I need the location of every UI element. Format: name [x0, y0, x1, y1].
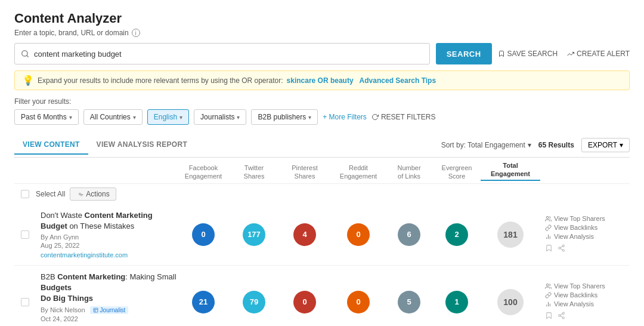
svg-line-11 [561, 247, 563, 248]
create-alert-button[interactable]: CREATE ALERT [567, 50, 630, 58]
row2-checkbox[interactable] [21, 298, 29, 306]
col-total-header: TotalEngagement [481, 161, 540, 181]
row2-view-backlinks[interactable]: View Backlinks [545, 291, 630, 299]
row1-view-top-sharers[interactable]: View Top Sharers [545, 215, 630, 222]
row2-twitter-circle: 79 [243, 291, 265, 313]
svg-point-3 [546, 216, 549, 219]
bulb-icon: 💡 [22, 75, 34, 86]
col-pinterest-header: PinterestShares [278, 164, 332, 181]
row2-author: By Nick Nelson Journalist [41, 306, 177, 314]
search-bar-row: SEARCH SAVE SEARCH CREATE ALERT [14, 43, 630, 64]
filters-row: Past 6 Months ▾ All Countries ▾ English … [14, 109, 630, 125]
bar-chart-icon [545, 301, 552, 307]
link-icon [545, 224, 552, 231]
row1-share-icon[interactable] [558, 244, 565, 254]
more-filters-button[interactable]: + More Filters [323, 113, 367, 121]
row2-view-top-sharers[interactable]: View Top Sharers [545, 282, 630, 290]
journalist-icon [93, 307, 98, 313]
chevron-down-icon: ▾ [69, 114, 72, 121]
row2-pinterest-circle: 0 [293, 291, 316, 313]
export-button[interactable]: EXPORT ▾ [581, 138, 630, 152]
chevron-down-icon: ▾ [528, 141, 531, 149]
svg-point-7 [562, 245, 564, 247]
row1-title: Don't Waste Content Marketing Budget on … [41, 210, 177, 232]
row1-icon-row [545, 244, 630, 254]
chevron-down-icon: ▾ [179, 114, 182, 121]
row2-total: 100 [481, 289, 540, 315]
alert-icon [567, 50, 574, 57]
col-twitter-header: TwitterShares [230, 164, 278, 181]
suggestion-highlight[interactable]: skincare OR beauty [287, 76, 354, 85]
col-facebook-header: FacebookEngagement [177, 164, 230, 181]
svg-point-9 [562, 250, 564, 251]
select-all-checkbox[interactable] [21, 190, 29, 198]
advanced-search-link[interactable]: Advanced Search Tips [360, 76, 436, 85]
row2-total-circle: 100 [497, 289, 524, 315]
users-icon [545, 283, 552, 290]
suggestion-text: Expand your results to include more rele… [38, 76, 283, 85]
row1-facebook-circle: 0 [192, 223, 215, 246]
row1-bookmark-icon[interactable] [545, 244, 553, 254]
filter-author[interactable]: Journalists ▾ [194, 109, 246, 125]
svg-line-1 [27, 56, 29, 57]
row2-view-analysis[interactable]: View Analysis [545, 300, 630, 307]
row1-checkbox[interactable] [21, 230, 29, 239]
row1-checkbox-wrap [14, 230, 36, 239]
search-input-wrap [14, 43, 430, 64]
svg-rect-12 [94, 308, 98, 312]
chevron-down-icon: ▾ [620, 141, 623, 149]
chevron-down-icon: ▾ [308, 114, 311, 121]
content-tabs: VIEW CONTENT VIEW ANALYSIS REPORT [14, 136, 196, 155]
journalist-badge: Journalist [90, 306, 129, 314]
row1-reddit: 0 [332, 223, 385, 246]
row1-actions: View Top Sharers View Backlinks View Ana… [540, 215, 630, 254]
row1-author: By Ann Gynn [41, 233, 177, 241]
chevron-down-icon: ▾ [237, 114, 240, 121]
col-links-header: Numberof Links [385, 164, 433, 181]
tab-view-content[interactable]: VIEW CONTENT [14, 136, 88, 155]
subtitle-text: Enter a topic, brand, URL or domain [14, 29, 129, 37]
row1-links: 6 [385, 223, 433, 246]
search-input[interactable] [34, 50, 423, 59]
row1-view-analysis[interactable]: View Analysis [545, 233, 630, 240]
svg-point-13 [546, 284, 549, 286]
page-title: Content Analyzer [14, 11, 630, 26]
svg-point-8 [559, 247, 561, 249]
bar-chart-icon [545, 233, 552, 240]
row1-evergreen-circle: 2 [445, 223, 468, 246]
row2-pinterest: 0 [278, 291, 332, 313]
row1-view-backlinks[interactable]: View Backlinks [545, 224, 630, 231]
subtitle-row: Enter a topic, brand, URL or domain i [14, 29, 630, 37]
filter-country[interactable]: All Countries ▾ [83, 109, 143, 125]
tab-view-analysis[interactable]: VIEW ANALYSIS REPORT [88, 136, 196, 155]
settings-icon [76, 190, 83, 198]
row1-date: Aug 25, 2022 [41, 242, 177, 249]
select-all-checkbox-wrap [14, 190, 36, 198]
row2-share-icon[interactable] [558, 312, 565, 321]
save-search-button[interactable]: SAVE SEARCH [498, 50, 558, 58]
refresh-icon [371, 113, 379, 121]
filter-language[interactable]: English ▾ [147, 109, 189, 125]
row1-total-circle: 181 [497, 222, 524, 248]
col-reddit-header: RedditEngagement [332, 164, 385, 181]
info-icon[interactable]: i [132, 29, 140, 37]
results-bar: Sort by: Total Engagement ▾ 65 Results E… [441, 133, 630, 157]
reset-filters-button[interactable]: RESET FILTERS [371, 113, 436, 121]
filter-date[interactable]: Past 6 Months ▾ [14, 109, 79, 125]
sort-by[interactable]: Sort by: Total Engagement ▾ [441, 141, 531, 149]
row2-bookmark-icon[interactable] [545, 312, 553, 321]
row1-twitter-circle: 177 [243, 223, 265, 246]
svg-point-2 [79, 193, 81, 195]
row1-facebook: 0 [177, 223, 230, 246]
row2-article-info: B2B Content Marketing: Making Small Budg… [36, 272, 177, 326]
filter-publisher[interactable]: B2B publishers ▾ [251, 109, 318, 125]
search-button[interactable]: SEARCH [436, 43, 492, 64]
row2-icon-row [545, 312, 630, 321]
row2-checkbox-wrap [14, 298, 36, 306]
actions-button[interactable]: Actions [70, 187, 116, 201]
svg-line-20 [561, 316, 563, 318]
chevron-down-icon: ▾ [133, 114, 136, 121]
row1-twitter: 177 [230, 223, 278, 246]
svg-line-21 [561, 314, 563, 315]
row1-url[interactable]: contentmarketinginstitute.com [41, 251, 128, 259]
